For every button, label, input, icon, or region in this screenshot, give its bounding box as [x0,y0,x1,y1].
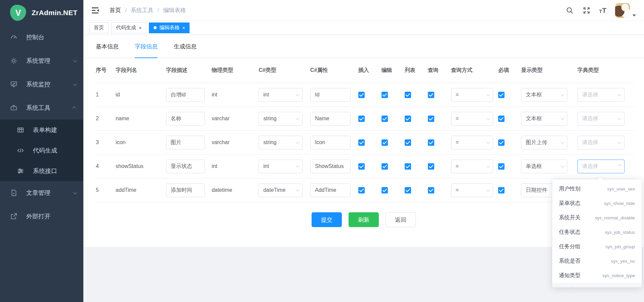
query-checkbox[interactable] [428,92,434,98]
chevron-down-icon [617,92,621,96]
dropdown-option-sys-job-group[interactable]: 任务分组sys_job_group [552,240,642,254]
cs-type-select[interactable]: int [258,160,303,173]
search-icon[interactable] [566,6,574,14]
fullscreen-icon[interactable] [582,6,591,14]
header-edit: 编辑 [381,67,405,74]
sidebar-item-system-api[interactable]: 系统接口 [0,161,83,181]
cs-type-select[interactable]: int [258,88,303,102]
query-mode-select[interactable]: = [451,112,493,126]
query-checkbox[interactable] [428,163,434,170]
required-checkbox[interactable] [498,92,505,98]
query-mode-select[interactable]: = [451,183,493,197]
description-input[interactable] [166,183,205,197]
sidebar-item-form-builder[interactable]: 表单构建 [0,120,83,140]
font-size-icon[interactable]: TT [599,7,606,14]
dict-type-select[interactable]: 请选择 [577,112,625,126]
submit-button[interactable]: 提交 [312,212,342,227]
display-type-select[interactable]: 文本框 [521,112,567,126]
insert-checkbox[interactable] [358,92,365,98]
cs-property-input[interactable] [310,136,351,149]
cs-property-input[interactable] [310,160,351,173]
display-type-select[interactable]: 图片上传 [521,136,567,149]
tab-field-info[interactable]: 字段信息 [135,35,158,58]
list-checkbox[interactable] [405,187,411,193]
required-checkbox[interactable] [498,139,505,146]
brand-area[interactable]: V ZrAdmin.NET [0,0,83,26]
description-input[interactable] [166,88,205,102]
required-checkbox[interactable] [498,116,505,122]
cs-property-input[interactable] [310,112,351,126]
description-input[interactable] [166,112,205,126]
chevron-down-icon [296,164,299,168]
cs-property-input[interactable] [310,88,351,102]
edit-checkbox[interactable] [381,163,388,170]
query-checkbox[interactable] [428,116,434,122]
dropdown-option-sys-user-sex[interactable]: 用户性别sys_user_sex [552,182,642,196]
tab-generate-info[interactable]: 生成信息 [174,35,197,58]
insert-checkbox[interactable] [358,187,365,193]
cs-type-select[interactable]: dateTime [258,183,303,197]
display-type-select[interactable]: 单选框 [521,160,567,173]
breadcrumb-home[interactable]: 首页 [110,6,121,14]
description-input[interactable] [166,160,205,173]
dropdown-option-sys-notice-status[interactable]: 通知状态sys_notice_status [552,283,642,288]
dict-type-select[interactable]: 请选择 [577,136,625,149]
edit-checkbox[interactable] [381,187,388,193]
list-checkbox[interactable] [405,139,411,146]
display-type-select[interactable]: 文本框 [521,88,567,102]
sidebar-collapse-icon[interactable] [91,6,99,15]
sidebar-item-system-monitor[interactable]: 系统监控 [0,73,83,96]
dropdown-option-sys-show-hide[interactable]: 菜单状态sys_show_hide [552,196,642,211]
cs-property-input[interactable] [310,183,351,197]
cs-type-select[interactable]: string [258,136,303,149]
table-row: 4 showStatus int int = 单选框 请选择 [96,155,635,178]
list-checkbox[interactable] [405,92,411,98]
edit-checkbox[interactable] [381,116,388,122]
sidebar-item-code-generation[interactable]: 代码生成 [0,140,83,161]
close-icon[interactable]: × [139,26,142,30]
sidebar-item-dashboard[interactable]: 控制台 [0,26,83,49]
edit-checkbox[interactable] [381,139,388,146]
dropdown-option-sys-yes-no[interactable]: 系统是否sys_yes_no [552,254,642,268]
dict-type-select-open[interactable]: 请选择 [577,160,625,173]
list-checkbox[interactable] [405,116,411,122]
insert-checkbox[interactable] [358,116,365,122]
query-checkbox[interactable] [428,187,434,193]
app-window: V ZrAdmin.NET 控制台 系统管理 [0,0,644,302]
tag-code-generation[interactable]: 代码生成 × [111,23,146,33]
tag-home[interactable]: 首页 [89,23,109,33]
back-button[interactable]: 返回 [386,212,416,227]
tag-edit-table[interactable]: 编辑表格 × [149,23,190,33]
query-mode-select[interactable]: = [451,160,493,173]
sidebar-item-system-manage[interactable]: 系统管理 [0,49,83,73]
sidebar-item-system-tools[interactable]: 系统工具 [0,96,83,120]
edit-checkbox[interactable] [381,92,388,98]
description-input[interactable] [166,136,205,149]
chevron-down-icon [296,116,299,120]
sidebar: V ZrAdmin.NET 控制台 系统管理 [0,0,83,302]
refresh-button[interactable]: 刷新 [349,212,379,227]
insert-checkbox[interactable] [358,163,365,170]
dropdown-option-sys-normal-disable[interactable]: 系统开关sys_normal_disable [552,211,642,225]
sidebar-item-external-open[interactable]: 外部打开 [0,205,83,228]
row-physical-type: int [212,163,259,169]
required-checkbox[interactable] [498,187,505,193]
sidebar-item-article-manage[interactable]: 文章管理 [0,181,83,205]
sliders-icon [17,167,24,175]
list-checkbox[interactable] [405,163,411,170]
dropdown-option-sys-job-status[interactable]: 任务状态sys_job_status [552,225,642,240]
sidebar-item-label: 系统接口 [33,167,76,175]
dict-type-select[interactable]: 请选择 [577,88,625,102]
tab-basic-info[interactable]: 基本信息 [96,35,119,58]
query-mode-select[interactable]: = [451,136,493,149]
avatar[interactable] [615,3,630,18]
query-mode-select[interactable]: = [451,88,493,102]
insert-checkbox[interactable] [358,139,365,146]
query-checkbox[interactable] [428,139,434,146]
header-dict-type: 字典类型 [577,67,635,74]
cs-type-select[interactable]: string [258,112,303,126]
dropdown-option-sys-notice-type[interactable]: 通知类型sys_notice_type [552,268,642,283]
close-icon[interactable]: × [182,26,185,30]
required-checkbox[interactable] [498,163,505,170]
user-menu[interactable] [615,3,636,18]
